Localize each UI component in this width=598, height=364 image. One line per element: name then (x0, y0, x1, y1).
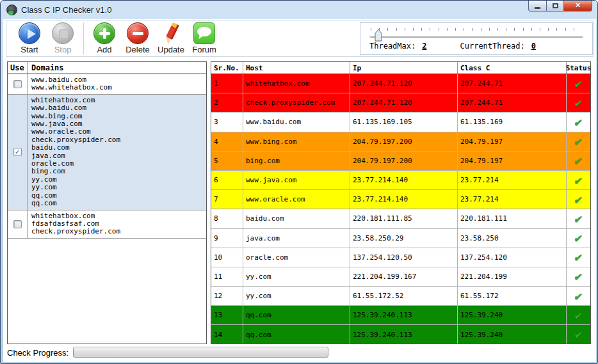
check-progress-bar (73, 347, 328, 358)
cell-sr: 11 (211, 267, 243, 286)
cell-host: java.com (243, 229, 350, 248)
cell-host: bing.com (243, 152, 350, 170)
check-icon: ✔ (574, 232, 583, 244)
domain-item: qq.com (31, 192, 206, 200)
cell-status: ✔ (567, 74, 590, 93)
domain-groups: www.baidu.comwww.whitehatbox.com✓whiteha… (8, 74, 206, 239)
minimize-button[interactable] (528, 0, 547, 12)
cell-ip: 23.58.250.29 (350, 229, 458, 248)
cell-ip: 61.55.172.52 (350, 287, 458, 305)
update-button[interactable]: Update (154, 22, 188, 54)
table-row[interactable]: 6www.java.com23.77.214.14023.77.214✔ (211, 171, 590, 190)
cell-host: yy.com (243, 287, 350, 305)
start-button[interactable]: Start (13, 22, 46, 54)
domain-list[interactable]: whitehatbox.comwww.baidu.comwww.bing.com… (28, 95, 206, 210)
cell-ip: 23.77.214.140 (350, 190, 458, 209)
domain-list[interactable]: www.baidu.comwww.whitehatbox.com (28, 74, 206, 94)
cell-sr: 12 (211, 287, 243, 305)
slider-thumb[interactable] (375, 29, 382, 44)
client-area: StartStopAddDeleteUpdateForum ThreadMax:… (3, 19, 596, 362)
cell-class_c: 220.181.111 (458, 209, 567, 228)
add-button[interactable]: Add (88, 22, 121, 54)
cell-sr: 10 (211, 248, 243, 267)
results-table: Sr.No.HostIpClass CStatus 1whitehatbox.c… (211, 61, 591, 344)
domain-group-row[interactable]: www.baidu.comwww.whitehatbox.com (8, 74, 206, 95)
app-window: Class C IP Checker v1.0 ✕ StartStopAddDe… (0, 0, 598, 364)
checkbox-unchecked[interactable] (13, 220, 22, 228)
domain-group-row[interactable]: ✓whitehatbox.comwww.baidu.comwww.bing.co… (8, 95, 206, 210)
use-cell (8, 74, 28, 94)
maximize-button[interactable] (547, 0, 564, 12)
cell-sr: 6 (211, 171, 243, 189)
cell-sr: 5 (211, 152, 243, 170)
cell-ip: 220.181.111.85 (350, 209, 458, 228)
slider-ticks (371, 28, 582, 31)
close-icon: ✕ (575, 1, 581, 10)
check-icon: ✔ (574, 175, 583, 186)
progress-row: Check Progress: (7, 346, 591, 359)
add-button-label: Add (97, 45, 111, 54)
column-header-sr: Sr.No. (211, 62, 243, 74)
forum-button[interactable]: Forum (188, 22, 221, 54)
cell-status: ✔ (567, 190, 590, 209)
table-row[interactable]: 12yy.com61.55.172.5261.55.172✔ (211, 287, 590, 306)
cell-status: ✔ (567, 209, 590, 228)
table-row[interactable]: 5bing.com204.79.197.200204.79.197✔ (211, 152, 590, 171)
domains-panel: Use Domains www.baidu.comwww.whitehatbox… (7, 61, 207, 344)
check-icon: ✔ (574, 97, 583, 109)
toolbar-separator (83, 22, 84, 54)
start-icon (19, 22, 40, 44)
stop-button[interactable]: Stop (46, 22, 79, 54)
domain-group-row[interactable]: whitehatbox.comfdsafdasfsaf.comcheck.pro… (8, 210, 206, 239)
table-row[interactable]: 9java.com23.58.250.2923.58.250✔ (211, 229, 590, 248)
cell-ip: 207.244.71.120 (350, 93, 458, 112)
table-row[interactable]: 3www.baidu.com61.135.169.10561.135.169✔ (211, 113, 590, 132)
cell-status: ✔ (567, 171, 590, 189)
checkbox-unchecked[interactable] (13, 80, 22, 88)
forum-button-label: Forum (192, 45, 216, 54)
check-icon: ✔ (574, 329, 583, 340)
cell-host: yy.com (243, 267, 350, 286)
table-row[interactable]: 2check.proxyspider.com207.244.71.120207.… (211, 93, 590, 113)
cell-host: whitehatbox.com (243, 74, 350, 93)
cell-ip: 204.79.197.200 (350, 152, 458, 170)
check-icon: ✔ (574, 116, 583, 128)
cell-sr: 14 (211, 325, 243, 344)
check-progress-label: Check Progress: (7, 348, 69, 358)
delete-button-label: Delete (125, 45, 150, 54)
cell-class_c: 221.204.199 (458, 267, 567, 286)
cell-host: www.baidu.com (243, 113, 350, 131)
table-row[interactable]: 11yy.com221.204.199.167221.204.199✔ (211, 267, 590, 287)
cell-sr: 8 (211, 209, 243, 228)
delete-button[interactable]: Delete (121, 22, 154, 54)
table-row[interactable]: 10oracle.com137.254.120.50137.254.120✔ (211, 248, 590, 267)
cell-class_c: 125.39.240 (458, 325, 567, 344)
thread-slider[interactable] (369, 32, 583, 41)
cell-sr: 9 (211, 229, 243, 248)
slider-track[interactable] (369, 36, 583, 38)
check-icon: ✔ (574, 251, 583, 263)
cell-status: ✔ (567, 306, 590, 324)
cell-sr: 13 (211, 306, 243, 324)
table-row[interactable]: 1whitehatbox.com207.244.71.120207.244.71… (211, 74, 590, 93)
domain-item: baidu.com (31, 144, 206, 152)
cell-host: qq.com (243, 325, 350, 344)
table-row[interactable]: 7www.oracle.com23.77.214.14023.77.214✔ (211, 190, 590, 209)
close-button[interactable]: ✕ (564, 0, 592, 12)
cell-class_c: 61.135.169 (458, 113, 567, 131)
cell-sr: 3 (211, 113, 243, 131)
cell-ip: 23.77.214.140 (350, 171, 458, 189)
table-row[interactable]: 13qq.com125.39.240.113125.39.240✔ (211, 306, 590, 325)
toolbar: StartStopAddDeleteUpdateForum ThreadMax:… (6, 20, 594, 57)
use-cell: ✓ (8, 95, 28, 210)
cell-sr: 2 (211, 93, 243, 112)
domain-list[interactable]: whitehatbox.comfdsafdasfsaf.comcheck.pro… (28, 210, 206, 238)
results-header: Sr.No.HostIpClass CStatus (211, 62, 590, 74)
table-row[interactable]: 4www.bing.com204.79.197.200204.79.197✔ (211, 132, 590, 152)
table-row[interactable]: 14qq.com125.39.240.113125.39.240✔ (211, 325, 590, 344)
table-row[interactable]: 8baidu.com220.181.111.85220.181.111✔ (211, 209, 590, 228)
cell-ip: 125.39.240.113 (350, 306, 458, 324)
cell-status: ✔ (567, 152, 590, 170)
checkbox-checked[interactable]: ✓ (13, 148, 22, 156)
cell-ip: 204.79.197.200 (350, 132, 458, 151)
